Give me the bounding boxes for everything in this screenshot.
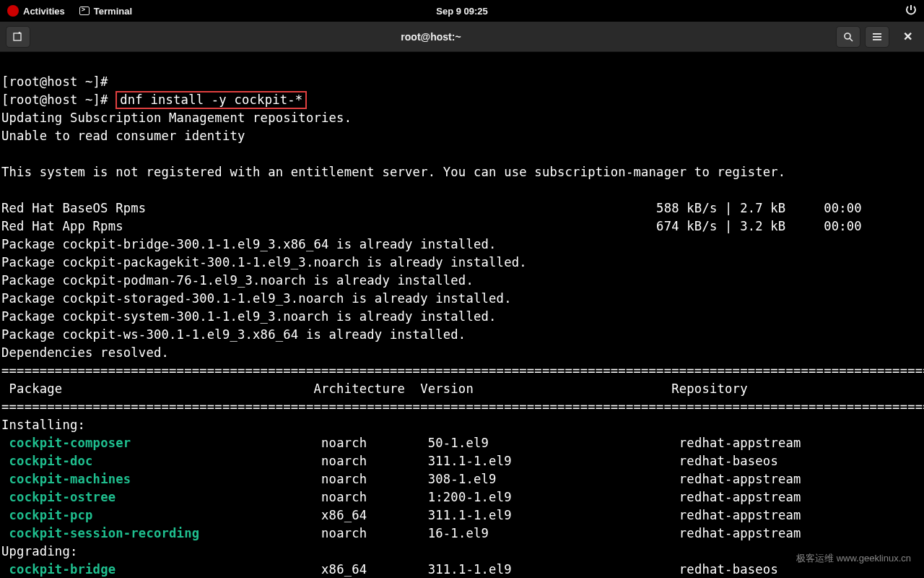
pkg-name: cockpit-composer [9, 436, 131, 450]
distro-icon [7, 5, 19, 17]
output-line: Package cockpit-podman-76-1.el9_3.noarch… [1, 273, 474, 288]
window-title: root@host:~ [30, 31, 832, 43]
svg-point-4 [885, 9, 888, 12]
table-row: cockpit-composer noarch 50-1.el9 redhat-… [1, 436, 924, 450]
svg-rect-2 [888, 9, 892, 11]
output-line: Package cockpit-bridge-300.1-1.el9_3.x86… [1, 237, 497, 251]
svg-rect-1 [881, 9, 885, 11]
new-tab-button[interactable] [6, 26, 30, 48]
pkg-name: cockpit-ostree [9, 490, 116, 504]
svg-rect-0 [886, 5, 887, 9]
table-row: cockpit-ostree noarch 1:200-1.el9 redhat… [1, 490, 924, 504]
prompt: [root@host ~]# [1, 92, 116, 107]
pkg-name: cockpit-doc [9, 454, 93, 468]
pkg-name: cockpit-session-recording [9, 526, 200, 540]
output-line: Unable to read consumer identity [1, 129, 245, 143]
table-row: cockpit-bridge x86_64 311.1-1.el9 redhat… [1, 562, 924, 577]
terminal-icon [79, 7, 90, 15]
terminal-titlebar: root@host:~ ✕ [0, 22, 924, 52]
section-label: Upgrading: [1, 544, 77, 558]
power-icon[interactable] [905, 4, 917, 18]
svg-rect-9 [873, 39, 881, 40]
table-rule: ========================================… [1, 363, 924, 378]
gnome-topbar: Activities Terminal Sep 9 09:25 [0, 0, 924, 22]
output-line: Package cockpit-ws-300.1-1.el9_3.x86_64 … [1, 327, 466, 342]
output-line: Package cockpit-system-300.1-1.el9_3.noa… [1, 309, 497, 324]
table-header: Package Architecture Version Repository … [1, 381, 924, 396]
pkg-name: cockpit-bridge [9, 562, 116, 577]
activities-label: Activities [23, 6, 65, 17]
output-line: Package cockpit-packagekit-300.1-1.el9_3… [1, 255, 527, 269]
table-row: cockpit-pcp x86_64 311.1-1.el9 redhat-ap… [1, 508, 924, 522]
terminal-output[interactable]: [root@host ~]# [root@host ~]# dnf instal… [0, 52, 924, 578]
svg-point-6 [845, 33, 850, 39]
network-icon[interactable] [881, 4, 892, 18]
highlighted-command: dnf install -y cockpit-* [116, 91, 307, 109]
table-row: cockpit-session-recording noarch 16-1.el… [1, 526, 924, 540]
svg-rect-8 [873, 36, 881, 38]
terminal-app-indicator[interactable]: Terminal [79, 6, 132, 17]
output-line: Dependencies resolved. [1, 345, 169, 360]
search-button[interactable] [836, 26, 860, 48]
output-line: This system is not registered with an en… [1, 165, 785, 179]
svg-rect-7 [873, 33, 881, 35]
table-row: cockpit-doc noarch 311.1-1.el9 redhat-ba… [1, 454, 924, 468]
output-line: Red Hat BaseOS Rpms 588 kB/s | 2.7 kB 00… [1, 201, 862, 215]
watermark: 极客运维 www.geeklinux.cn [796, 552, 911, 565]
pkg-name: cockpit-pcp [9, 508, 93, 522]
close-button[interactable]: ✕ [897, 26, 918, 48]
svg-rect-3 [886, 12, 887, 15]
output-line: Package cockpit-storaged-300.1-1.el9_3.n… [1, 291, 512, 306]
pkg-name: cockpit-machines [9, 472, 131, 486]
output-line: Updating Subscription Management reposit… [1, 111, 352, 125]
terminal-app-label: Terminal [94, 6, 132, 17]
output-line: Red Hat App Rpms 674 kB/s | 3.2 kB 00:00 [1, 219, 862, 233]
menu-button[interactable] [865, 26, 889, 48]
table-rule: ========================================… [1, 400, 924, 414]
table-row: cockpit-machines noarch 308-1.el9 redhat… [1, 472, 924, 486]
activities-button[interactable]: Activities [7, 5, 65, 17]
clock[interactable]: Sep 9 09:25 [436, 6, 488, 17]
section-label: Installing: [1, 418, 85, 432]
prompt: [root@host ~]# [1, 74, 108, 89]
svg-rect-5 [14, 33, 21, 40]
